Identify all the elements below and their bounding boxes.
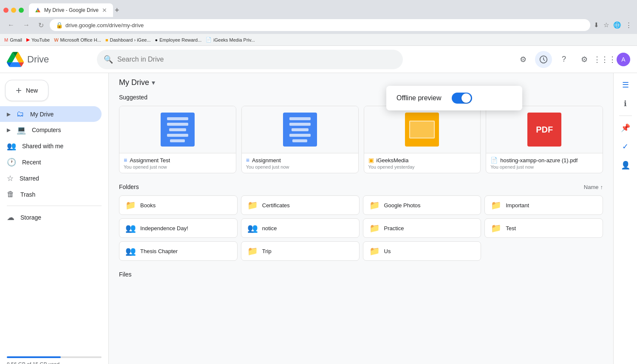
file-card-pdf[interactable]: PDF 📄 hosting-xampp-on-azure (1).pdf You… [486,106,603,173]
sliders-icon-button[interactable]: ⚙ [515,51,532,68]
file-info-3: ▣ iGeeksMedia You opened yesterday [364,153,481,173]
bookmark-igeeks[interactable]: 📄 iGeeks Media Priv... [206,37,255,42]
file-card-assignment-test[interactable]: ≡ Assignment Test You opened just now [119,106,236,173]
url-bar[interactable]: 🔒 drive.google.com/drive/my-drive [50,19,590,31]
close-dot[interactable] [3,8,8,13]
sidebar-label-storage: Storage [20,214,41,221]
file-thumb-3 [364,106,481,153]
bookmark-icon[interactable]: ☆ [603,21,609,29]
folder-icon-trip: 📁 [247,246,258,256]
file-name-1: Assignment Test [130,157,170,164]
my-drive-icon: 🗂 [17,110,24,119]
toggle-track [452,93,472,104]
url-text: drive.google.com/drive/my-drive [65,22,144,28]
folder-test[interactable]: 📁 Test [484,218,603,238]
storage-text: 8.56 GB of 15 GB used [7,361,102,364]
search-input[interactable] [117,56,396,63]
new-button-label: New [26,87,38,94]
sidebar-item-trash[interactable]: 🗑 Trash [0,186,102,202]
menu-icon[interactable]: ⋮ [626,21,632,29]
drive-favicon-icon [35,7,41,13]
folder-us[interactable]: 📁 Us [363,241,481,261]
new-button[interactable]: + New [5,80,48,101]
folder-books[interactable]: 📁 Books [119,195,238,215]
folder-icon-certificates: 📁 [247,200,258,210]
bookmark-office[interactable]: W Microsoft Office H... [54,37,101,42]
user-avatar[interactable]: A [617,53,630,66]
folder-independence-day[interactable]: 👥 Independence Day! [119,218,238,238]
forward-button[interactable]: → [20,20,32,30]
active-tab[interactable]: My Drive - Google Drive ✕ [29,3,113,17]
folder-icon-important: 📁 [491,200,501,210]
sidebar-label-starred: Starred [20,175,39,182]
folder-thesis-chapter[interactable]: 👥 Thesis Chapter [119,241,238,261]
reload-button[interactable]: ↻ [36,20,46,30]
right-panel-keep-icon[interactable]: 📌 [617,119,634,136]
bookmark-gmail[interactable]: M Gmail [4,37,22,42]
folders-sort[interactable]: Name ↑ [584,184,603,190]
folder-practice[interactable]: 📁 Practice [363,218,481,238]
file-card-igeeksmedia[interactable]: ▣ iGeeksMedia You opened yesterday [364,106,481,173]
download-icon[interactable]: ⬇ [594,21,599,29]
pdf-thumb: PDF [527,113,561,147]
search-bar[interactable]: 🔍 [97,50,403,69]
sidebar-item-storage[interactable]: ☁ Storage [0,209,102,226]
extension-icon[interactable]: 🌐 [613,21,621,29]
back-button[interactable]: ← [5,20,17,30]
right-panel-calendar-icon[interactable]: 👤 [617,157,634,174]
file-info-2: ≡ Assignment You opened just now [242,153,358,173]
offline-preview-popup: Offline preview [386,86,522,110]
file-info-4: 📄 hosting-xampp-on-azure (1).pdf You ope… [486,153,603,173]
shared-icon: 👥 [7,141,16,151]
sidebar-item-computers[interactable]: ▶ 💻 Computers [0,122,102,138]
file-date-4: You opened just now [490,164,598,169]
folder-google-photos[interactable]: 📁 Google Photos [363,195,481,215]
file-thumb-2 [242,106,358,153]
folders-header: Folders Name ↑ [109,180,613,194]
folder-certificates[interactable]: 📁 Certificates [241,195,360,215]
folder-trip[interactable]: 📁 Trip [241,241,360,261]
new-tab-button[interactable]: + [115,6,119,15]
logo-text: Drive [27,54,49,65]
sidebar-label-shared: Shared with me [22,143,63,150]
help-icon-button[interactable]: ? [555,51,572,68]
folder-notice[interactable]: 👥 notice [241,218,360,238]
folder-icon-notice: 👥 [247,223,258,233]
folder-name-independence-day: Independence Day! [140,225,188,231]
folder-icon-practice: 📁 [369,223,380,233]
storage-section: 8.56 GB of 15 GB used Buy storage [0,350,108,364]
bookmark-employee[interactable]: ● Employee Reward... [155,37,202,42]
sidebar-item-starred[interactable]: ☆ Starred [0,170,102,186]
minimize-dot[interactable] [11,8,16,13]
folders-label: Folders [119,183,139,190]
sidebar-item-shared[interactable]: 👥 Shared with me [0,138,102,154]
tab-close-button[interactable]: ✕ [102,7,107,14]
drive-title-chevron-icon[interactable]: ▾ [152,79,155,87]
sidebar-item-recent[interactable]: 🕐 Recent [0,154,102,170]
folder-name-practice: Practice [384,225,404,231]
right-panel-tasks-icon[interactable]: ✓ [617,138,634,155]
apps-icon-button[interactable]: ⋮⋮⋮ [596,51,613,68]
offline-sync-icon-button[interactable] [535,51,552,68]
folder-name-google-photos: Google Photos [384,202,421,209]
right-panel-list-icon[interactable]: ☰ [617,76,634,93]
offline-preview-toggle[interactable] [452,93,472,104]
settings-icon-button[interactable]: ⚙ [576,51,593,68]
folder-name-books: Books [140,202,156,209]
folder-name-certificates: Certificates [262,202,290,209]
maximize-dot[interactable] [19,8,24,13]
pdf-type-icon: 📄 [490,157,498,164]
bookmark-youtube[interactable]: ▶ YouTube [26,37,50,42]
folder-important[interactable]: 📁 Important [484,195,603,215]
sidebar: + New ▶ 🗂 My Drive ▶ 💻 Computers 👥 Share… [0,73,109,364]
toggle-thumb [461,93,471,103]
file-info-1: ≡ Assignment Test You opened just now [119,153,236,173]
file-name-4: hosting-xampp-on-azure (1).pdf [500,157,578,164]
storage-bar-background [7,356,102,358]
sidebar-item-my-drive[interactable]: ▶ 🗂 My Drive [0,106,102,122]
bookmark-dashboard[interactable]: ■ Dashboard › iGee... [105,37,151,42]
doc-thumb-blue-2 [283,113,317,147]
right-panel-info-icon[interactable]: ℹ [617,95,634,112]
main-drive-header: My Drive ▾ [109,73,613,90]
file-card-assignment[interactable]: ≡ Assignment You opened just now [241,106,359,173]
